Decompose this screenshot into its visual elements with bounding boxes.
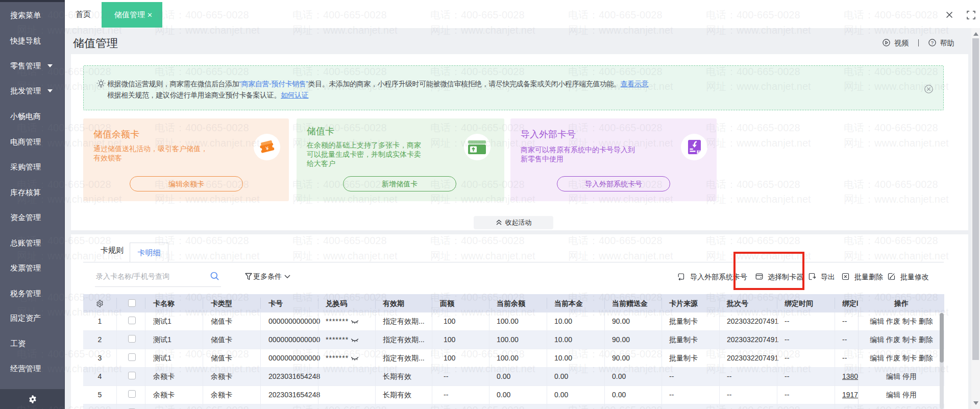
svg-text:?: ?	[931, 40, 934, 45]
